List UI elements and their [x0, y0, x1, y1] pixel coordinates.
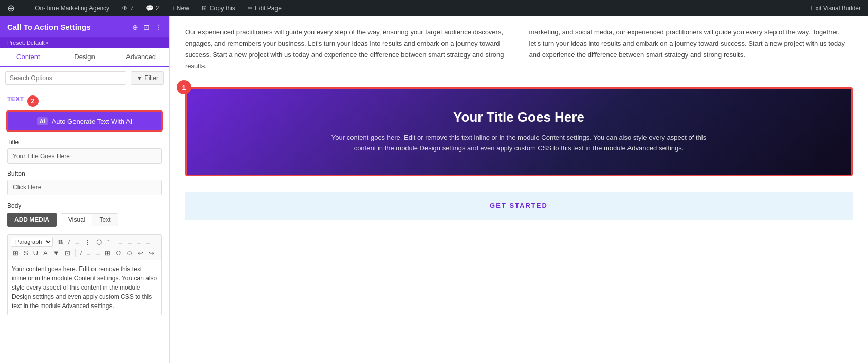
right-content: Our experienced practitioners will guide…: [170, 16, 868, 363]
page-content: Our experienced practitioners will guide…: [170, 16, 868, 230]
text-section-label: Text: [7, 95, 24, 103]
admin-bar: ⊕ | On-Time Marketing Agency 👁 7 💬 2 + N…: [0, 0, 868, 16]
outdent-button[interactable]: ≡: [94, 248, 102, 258]
text-section-header: Text 2: [7, 95, 162, 107]
wp-logo-icon[interactable]: ⊕: [4, 0, 18, 16]
edit-page-button[interactable]: ✏ Edit Page: [245, 0, 285, 16]
comment-count[interactable]: 💬 2: [143, 0, 162, 16]
title-input[interactable]: [7, 148, 162, 164]
body-section-label: Body: [7, 202, 162, 209]
preset-row: Preset: Default •: [0, 37, 169, 48]
editor-toolbar: Paragraph B I ≡ ⋮ ⬡ " ≡ ≡ ≡ ≡ ⊞ S U A ▼ …: [7, 234, 162, 260]
visual-text-tabs: Visual Text: [61, 213, 118, 226]
redo-button[interactable]: ↪: [146, 248, 156, 258]
tabs-row: Content Design Advanced: [0, 48, 169, 67]
toolbar-divider-1: [114, 238, 114, 246]
body-toolbar-top: ADD MEDIA Visual Text: [7, 213, 162, 231]
title-field-label: Title: [7, 139, 162, 146]
body-editor[interactable]: Your content goes here. Edit or remove t…: [7, 260, 162, 315]
align-left-button[interactable]: ≡: [117, 237, 125, 247]
search-row: ▼ Filter: [0, 67, 169, 89]
align-justify-button[interactable]: ≡: [144, 237, 152, 247]
exit-visual-builder-button[interactable]: Exit Visual Builder: [808, 0, 864, 16]
add-media-button[interactable]: ADD MEDIA: [7, 213, 57, 227]
toolbar-divider-2: [75, 249, 76, 257]
align-center-button[interactable]: ≡: [126, 237, 134, 247]
filter-button[interactable]: ▼ Filter: [131, 71, 164, 85]
ai-icon: AI: [37, 117, 48, 125]
panel-icon-expand[interactable]: ⊡: [143, 23, 150, 31]
cta-box[interactable]: Your Title Goes Here Your content goes h…: [185, 87, 853, 176]
ol-button[interactable]: ⋮: [82, 237, 93, 247]
link-button[interactable]: ⬡: [94, 237, 104, 247]
align-right-button[interactable]: ≡: [135, 237, 143, 247]
omega-button[interactable]: Ω: [114, 248, 123, 258]
indent-button[interactable]: ≡: [85, 248, 93, 258]
italic2-button[interactable]: I: [78, 248, 84, 258]
cta-inner: Your Title Goes Here Your content goes h…: [187, 89, 851, 175]
text-col-2: marketing, and social media, our experie…: [529, 27, 853, 72]
site-name-link[interactable]: On-Time Marketing Agency: [32, 0, 113, 16]
new-button[interactable]: + New: [168, 0, 192, 16]
get-started-section: GET STARTED: [185, 192, 853, 220]
cta-body: Your content goes here. Edit or remove t…: [324, 132, 714, 154]
emoji-button[interactable]: ☺: [124, 248, 135, 258]
underline-button[interactable]: U: [31, 248, 40, 258]
panel-body: Text 2 AI Auto Generate Text With AI Tit…: [0, 89, 169, 363]
visual-tab[interactable]: Visual: [61, 214, 92, 226]
panel-header: Call To Action Settings ⊕ ⊡ ⋮: [0, 16, 169, 37]
undo-button[interactable]: ↩: [136, 248, 145, 258]
panel-icon-menu[interactable]: ⋮: [155, 23, 162, 31]
text-col-1-paragraph: Our experienced practitioners will guide…: [185, 27, 509, 72]
text-col-1: Our experienced practitioners will guide…: [185, 27, 509, 72]
text-badge: 2: [27, 95, 39, 107]
search-input[interactable]: [5, 71, 126, 85]
tab-content[interactable]: Content: [0, 48, 57, 67]
button-field-label: Button: [7, 170, 162, 177]
table-button[interactable]: ⊞: [11, 248, 21, 258]
text-col-2-paragraph: marketing, and social media, our experie…: [529, 27, 853, 61]
main-layout: Call To Action Settings ⊕ ⊡ ⋮ Preset: De…: [0, 16, 868, 363]
panel-icon-target[interactable]: ⊕: [132, 23, 138, 31]
eye-count[interactable]: 👁 7: [119, 0, 137, 16]
copy-button[interactable]: 🗎 Copy this: [198, 0, 238, 16]
panel-header-icons: ⊕ ⊡ ⋮: [132, 23, 162, 31]
paragraph-select[interactable]: Paragraph: [11, 237, 53, 247]
text-columns: Our experienced practitioners will guide…: [185, 27, 853, 72]
left-panel: Call To Action Settings ⊕ ⊡ ⋮ Preset: De…: [0, 16, 170, 363]
button-input[interactable]: [7, 180, 162, 195]
tab-advanced[interactable]: Advanced: [113, 48, 169, 67]
special-button[interactable]: ⊡: [63, 248, 72, 258]
filter-icon: ▼: [136, 74, 142, 82]
cta-wrapper: 1 Your Title Goes Here Your content goes…: [185, 87, 853, 176]
get-started-label: GET STARTED: [200, 202, 837, 209]
strikethrough-button[interactable]: S: [22, 248, 30, 258]
color-button[interactable]: A: [41, 248, 50, 258]
more-button[interactable]: ▼: [51, 248, 62, 258]
bold-button[interactable]: B: [56, 237, 65, 247]
text-tab[interactable]: Text: [92, 214, 118, 226]
ai-generate-button[interactable]: AI Auto Generate Text With AI: [7, 111, 162, 131]
tab-design[interactable]: Design: [57, 48, 113, 67]
cta-title: Your Title Goes Here: [217, 109, 820, 125]
italic-button[interactable]: I: [66, 237, 72, 247]
fullscreen-button[interactable]: ⊞: [103, 248, 113, 258]
ul-button[interactable]: ≡: [73, 237, 81, 247]
panel-title: Call To Action Settings: [7, 23, 91, 31]
quote-button[interactable]: ": [105, 237, 112, 247]
